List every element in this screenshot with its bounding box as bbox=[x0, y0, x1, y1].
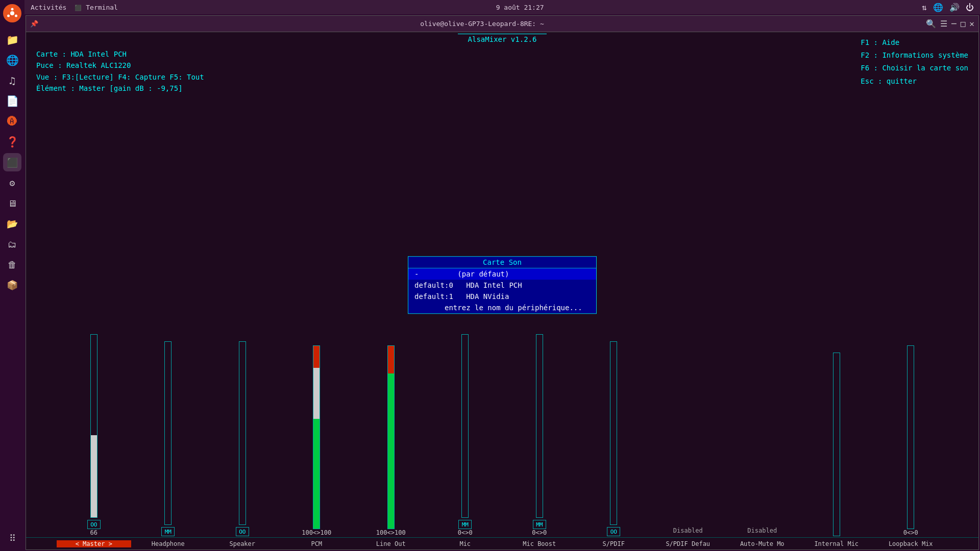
modal-item-card1[interactable]: default:1 HDA NVidia bbox=[408, 291, 596, 302]
svg-point-4 bbox=[15, 15, 17, 17]
modal-item-default[interactable]: - (par défaut) bbox=[408, 268, 596, 280]
terminal-title: olive@olive-GP73-Leopard-8RE: ~ bbox=[38, 20, 926, 28]
value-mic: 0<>0 bbox=[458, 529, 473, 536]
fader-track-mic bbox=[461, 334, 469, 518]
text-icon[interactable]: 📄 bbox=[3, 92, 21, 110]
power-icon[interactable]: ⏻ bbox=[966, 3, 974, 12]
fader-headphone[interactable] bbox=[160, 341, 176, 525]
help-icon[interactable]: ❓ bbox=[3, 133, 21, 151]
maximize-button[interactable]: □ bbox=[961, 19, 966, 29]
terminal-icon[interactable]: ⬛ bbox=[3, 153, 21, 171]
bar-headphone: Headphone bbox=[131, 540, 206, 547]
help-text: F1 : Aide F2 : Informations système F6 :… bbox=[861, 36, 968, 88]
help-esc: Esc : quitter bbox=[861, 75, 968, 88]
bar-internalmic: Internal Mic bbox=[799, 540, 874, 547]
fader-internalmic[interactable] bbox=[829, 353, 844, 536]
activities-label[interactable]: Activités bbox=[31, 4, 66, 11]
browser-icon[interactable]: 🌐 bbox=[3, 51, 21, 69]
help-f2: F2 : Informations système bbox=[861, 49, 968, 62]
bar-mic: Mic bbox=[428, 540, 503, 547]
modal-label-card1: HDA NVidia bbox=[466, 292, 509, 300]
settings-icon[interactable]: ⚙ bbox=[3, 173, 21, 192]
bar-lineout: Line Out bbox=[354, 540, 428, 547]
channel-loopbackmix[interactable]: 0<>0 bbox=[874, 345, 948, 537]
topbar-right: ⇅ 🌐 🔊 ⏻ bbox=[922, 3, 974, 12]
fader-master[interactable] bbox=[86, 334, 102, 518]
value-pcm: 100<>100 bbox=[302, 529, 331, 536]
menu-button[interactable]: ☰ bbox=[940, 19, 947, 29]
terminal-window: 📌 olive@olive-GP73-Leopard-8RE: ~ 🔍 ☰ ─ … bbox=[26, 15, 979, 550]
alsa-info-element: Élément : Master [gain dB : -9,75] bbox=[36, 83, 968, 94]
modal-item-card0[interactable]: default:0 HDA Intel PCH bbox=[408, 280, 596, 291]
terminal-app-label[interactable]: ⬛ Terminal bbox=[75, 4, 117, 11]
network2-icon: 🌐 bbox=[933, 3, 943, 12]
fader-loopbackmix[interactable] bbox=[903, 345, 918, 529]
channel-bar: < Master > Headphone Speaker PCM Line Ou… bbox=[26, 537, 978, 549]
terminal-controls: 🔍 ☰ ─ □ ✕ bbox=[926, 19, 974, 29]
channel-internalmic[interactable] bbox=[799, 353, 874, 537]
channel-spdif[interactable]: OO bbox=[577, 341, 651, 537]
alsa-info-chip: Puce : Realtek ALC1220 bbox=[36, 60, 968, 71]
fader-track-pcm bbox=[313, 345, 320, 529]
topbar-datetime: 9 août 21:27 bbox=[496, 4, 544, 11]
alsa-info-view: Vue : F3:[Lecture] F4: Capture F5: Tout bbox=[36, 71, 968, 83]
help-f1: F1 : Aide bbox=[861, 36, 968, 49]
modal-label-custom: entrez le nom du périphérique... bbox=[414, 304, 582, 312]
fader-micboost[interactable] bbox=[532, 334, 547, 518]
channel-spdifdefault[interactable]: Disabled bbox=[651, 343, 725, 537]
alsamixer-title: AlsaMixer v1.2.6 bbox=[458, 34, 547, 44]
carte-son-modal[interactable]: Carte Son - (par défaut) default:0 HDA I… bbox=[408, 256, 597, 314]
sound-icon[interactable]: 🔊 bbox=[949, 3, 960, 12]
fader-pcm[interactable] bbox=[309, 345, 324, 529]
fader-lineout[interactable] bbox=[383, 345, 399, 529]
modal-item-custom[interactable]: entrez le nom du périphérique... bbox=[408, 302, 596, 313]
fader-track-spdif bbox=[610, 341, 617, 525]
value-micboost: 0<>0 bbox=[532, 529, 547, 536]
modal-key-default: - bbox=[414, 270, 419, 278]
badge-master: OO bbox=[87, 520, 101, 529]
disabled-automutemo: Disabled bbox=[747, 527, 777, 534]
music-icon[interactable]: ♫ bbox=[3, 71, 21, 90]
channel-master[interactable]: OO 66 bbox=[57, 334, 131, 537]
channel-automutemo[interactable]: Disabled bbox=[725, 343, 800, 537]
fader-track-internalmic bbox=[833, 353, 840, 536]
channel-micboost[interactable]: MM 0<>0 bbox=[502, 334, 577, 537]
svg-point-1 bbox=[10, 11, 14, 15]
channel-lineout[interactable]: 100<>100 bbox=[354, 345, 428, 537]
fader-mic[interactable] bbox=[457, 334, 473, 518]
terminal-content: AlsaMixer v1.2.6 Carte : HDA Intel PCH P… bbox=[26, 32, 978, 549]
ubuntu-software-icon[interactable]: 🅐 bbox=[3, 112, 21, 131]
terminal-pin-icon: 📌 bbox=[30, 20, 38, 28]
close-button[interactable]: ✕ bbox=[969, 19, 974, 29]
fader-spdifdefault bbox=[680, 343, 696, 527]
bar-master: < Master > bbox=[57, 540, 131, 547]
minimize-button[interactable]: ─ bbox=[951, 19, 957, 29]
channel-mic[interactable]: MM 0<>0 bbox=[428, 334, 503, 537]
folder-icon[interactable]: 🗂 bbox=[3, 235, 21, 253]
fader-spdif[interactable] bbox=[606, 341, 621, 525]
grid-icon[interactable]: ⠿ bbox=[3, 529, 21, 547]
modal-label-card0: HDA Intel PCH bbox=[466, 281, 522, 289]
channel-speaker[interactable]: OO bbox=[205, 341, 280, 537]
channel-pcm[interactable]: 100<>100 bbox=[280, 345, 354, 537]
badge-mic: MM bbox=[458, 520, 472, 529]
trash-icon[interactable]: 🗑 bbox=[3, 255, 21, 273]
svg-point-3 bbox=[7, 15, 10, 17]
fader-speaker[interactable] bbox=[235, 341, 250, 525]
bar-micboost: Mic Boost bbox=[502, 540, 577, 547]
modal-key-card0: default:0 bbox=[414, 281, 453, 289]
files-icon[interactable]: 📁 bbox=[3, 31, 21, 49]
files2-icon[interactable]: 📂 bbox=[3, 214, 21, 233]
ubuntu-icon[interactable] bbox=[3, 4, 21, 22]
search-button[interactable]: 🔍 bbox=[926, 19, 936, 29]
topbar: Activités ⬛ Terminal 9 août 21:27 ⇅ 🌐 🔊 … bbox=[24, 0, 980, 14]
disabled-spdifdefault: Disabled bbox=[673, 527, 703, 534]
software2-icon[interactable]: 📦 bbox=[3, 276, 21, 294]
fader-track-lineout bbox=[387, 345, 395, 529]
channel-headphone[interactable]: MM bbox=[131, 341, 206, 537]
system-icon[interactable]: 🖥 bbox=[3, 194, 21, 212]
fader-track-micboost bbox=[536, 334, 543, 518]
help-f6: F6 : Choisir la carte son bbox=[861, 62, 968, 74]
main-area: Activités ⬛ Terminal 9 août 21:27 ⇅ 🌐 🔊 … bbox=[24, 0, 980, 551]
modal-label-default: (par défaut) bbox=[457, 270, 509, 278]
